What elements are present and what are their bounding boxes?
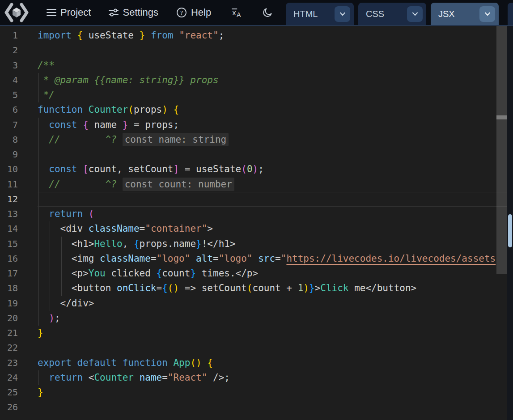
token-def: count, setCount bbox=[89, 164, 174, 174]
indent-guide bbox=[38, 162, 39, 177]
indent-guide bbox=[38, 221, 39, 236]
line-content: const { name } = props; bbox=[38, 118, 507, 132]
token-def: ; bbox=[258, 164, 264, 174]
line-content: } bbox=[38, 385, 507, 400]
menu-help[interactable]: ? Help bbox=[176, 7, 211, 18]
token-def: = bbox=[275, 253, 281, 264]
line-content: const [count, setCount] = useState(0); bbox=[38, 162, 507, 177]
token-b2: ) bbox=[253, 164, 259, 174]
indent-guide bbox=[38, 296, 39, 311]
token-cmt: */ bbox=[38, 89, 55, 100]
vertical-scrollbar[interactable] bbox=[496, 26, 507, 274]
svg-text:x: x bbox=[232, 9, 236, 17]
indent-guide bbox=[38, 266, 39, 281]
line-number: 1 bbox=[0, 28, 18, 43]
indent-guide bbox=[38, 88, 39, 102]
main-menu: Project Settings ? Help bbox=[47, 7, 211, 18]
token-def: </div> bbox=[38, 298, 94, 309]
token-b2: { bbox=[83, 119, 89, 130]
token-b1: ) bbox=[303, 283, 309, 293]
line-number: 10 bbox=[0, 162, 18, 177]
token-str: "logo" bbox=[219, 253, 253, 264]
token-def: <h1> bbox=[38, 238, 94, 249]
line-content: * @param {{name: string}} props bbox=[38, 73, 507, 88]
line-number: 20 bbox=[0, 311, 18, 326]
menu-help-label: Help bbox=[191, 7, 211, 18]
tab-css-menu-button[interactable] bbox=[407, 6, 423, 22]
line-number: 5 bbox=[0, 88, 18, 102]
token-link: https://livecodes.io/livecodes/assets bbox=[286, 253, 496, 264]
dark-mode-button[interactable] bbox=[262, 7, 273, 18]
tab-html[interactable]: HTML bbox=[286, 3, 354, 25]
token-b3: { bbox=[157, 268, 162, 279]
line-number: 16 bbox=[0, 251, 18, 266]
token-def: ; bbox=[55, 313, 60, 323]
hamburger-icon bbox=[47, 8, 56, 17]
token-kw: export default function bbox=[38, 357, 173, 368]
tab-jsx-label: JSX bbox=[438, 9, 455, 19]
line-number: 21 bbox=[0, 326, 18, 340]
indent-guide bbox=[38, 251, 39, 266]
code-line: 21} bbox=[0, 326, 507, 340]
token-cmt: // ^? bbox=[38, 179, 123, 190]
line-content: // ^? const name: string bbox=[38, 132, 507, 147]
code-line: 1import { useState } from "react"; bbox=[0, 28, 507, 43]
token-b2: ( bbox=[89, 208, 94, 219]
token-type: App bbox=[173, 357, 190, 368]
tab-css[interactable]: CSS bbox=[358, 3, 426, 25]
token-def: count bbox=[162, 268, 190, 279]
code-editor[interactable]: 1import { useState } from "react";23/**4… bbox=[0, 26, 507, 420]
line-content bbox=[38, 147, 507, 162]
token-def bbox=[38, 119, 49, 130]
token-def bbox=[83, 208, 89, 219]
code-line: 14 <div className="container"> bbox=[0, 221, 507, 236]
livecodes-logo-icon bbox=[4, 2, 29, 23]
help-circle-icon: ? bbox=[176, 7, 187, 18]
line-number: 2 bbox=[0, 43, 18, 58]
pane-resize-handle[interactable] bbox=[508, 214, 512, 247]
token-str: " bbox=[281, 253, 287, 264]
code-line: 3/** bbox=[0, 58, 507, 73]
line-number: 6 bbox=[0, 102, 18, 117]
code-line: 16 <img className="logo" alt="logo" src=… bbox=[0, 251, 507, 266]
token-kw: const bbox=[49, 119, 77, 130]
translate-button[interactable]: x A bbox=[231, 7, 242, 18]
line-content: <p>You clicked {count} times.</p> bbox=[38, 266, 507, 281]
indent-guide bbox=[61, 266, 62, 281]
scrollbar-decoration bbox=[496, 115, 507, 119]
menu-project[interactable]: Project bbox=[47, 7, 91, 18]
token-b2: ( bbox=[241, 164, 247, 174]
token-b1: { bbox=[207, 357, 213, 368]
indent-guide bbox=[61, 281, 62, 296]
token-b1: ) bbox=[162, 104, 168, 115]
line-content: // ^? const count: number bbox=[38, 177, 507, 192]
line-content: </div> bbox=[38, 296, 507, 311]
token-kw: function bbox=[38, 104, 89, 115]
token-attr: className bbox=[89, 223, 140, 234]
app-logo[interactable] bbox=[4, 2, 30, 23]
tab-css-label: CSS bbox=[366, 9, 384, 19]
code-line: 11 // ^? const count: number bbox=[0, 177, 507, 192]
tab-partial[interactable] bbox=[508, 3, 513, 25]
code-lines: 1import { useState } from "react";23/**4… bbox=[0, 26, 507, 415]
token-attr: className bbox=[100, 253, 151, 264]
token-def: clicked bbox=[106, 268, 157, 279]
token-def bbox=[134, 372, 140, 383]
line-content: <div className="container"> bbox=[38, 221, 507, 236]
line-content bbox=[38, 43, 507, 58]
token-type: Hello bbox=[94, 238, 122, 249]
tab-html-menu-button[interactable] bbox=[335, 6, 350, 22]
token-attr: name bbox=[140, 372, 162, 383]
indent-guide bbox=[38, 192, 39, 206]
code-line: 17 <p>You clicked {count} times.</p> bbox=[0, 266, 507, 281]
token-def: = bbox=[140, 223, 145, 234]
line-content: return <Counter name="React" />; bbox=[38, 370, 507, 385]
indent-guide bbox=[50, 281, 50, 296]
token-str: "logo" bbox=[157, 253, 191, 264]
token-b1: } bbox=[38, 387, 43, 398]
line-content: <h1>Hello, {props.name}!</h1> bbox=[38, 237, 507, 251]
menu-settings[interactable]: Settings bbox=[109, 7, 158, 18]
tab-jsx-menu-button[interactable] bbox=[479, 6, 495, 22]
tab-jsx[interactable]: JSX bbox=[431, 3, 499, 25]
token-def bbox=[38, 372, 49, 383]
